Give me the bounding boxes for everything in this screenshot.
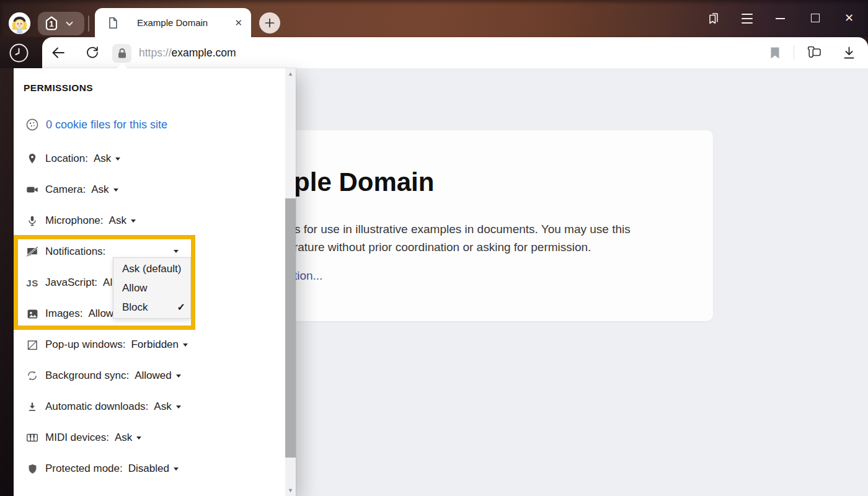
- permission-row-microphone: Microphone: Ask: [25, 213, 136, 229]
- downloads-icon[interactable]: [841, 45, 857, 61]
- permission-row-camera: Camera: Ask: [25, 182, 118, 198]
- permission-label: Automatic downloads:: [45, 401, 148, 413]
- map-pin-icon: [25, 151, 40, 166]
- shield-icon: [25, 461, 40, 476]
- history-clock-icon[interactable]: [9, 43, 29, 63]
- toolbar-row: https://example.com: [0, 37, 868, 68]
- dropdown-caret-icon[interactable]: [176, 405, 181, 409]
- download-arrow-icon: [25, 399, 40, 414]
- menu-icon[interactable]: [742, 14, 753, 27]
- dropdown-caret-icon[interactable]: [174, 250, 179, 253]
- titlebar-divider: [88, 16, 89, 32]
- video-camera-icon: [25, 182, 40, 197]
- permission-row-midi-devices: MIDI devices: Ask: [25, 430, 141, 446]
- permission-value[interactable]: Allowed: [135, 370, 172, 382]
- permission-label: Background sync:: [45, 370, 129, 382]
- javascript-icon: JS: [25, 275, 40, 290]
- image-icon: [25, 306, 40, 321]
- dropdown-option-label: Block: [122, 301, 148, 314]
- background-sync-icon: [25, 368, 40, 383]
- scroll-down-icon[interactable]: ▼: [285, 487, 296, 494]
- address-bar[interactable]: https://example.com: [139, 37, 236, 68]
- tab-counter-shape-icon: 1: [43, 15, 60, 32]
- new-tab-button[interactable]: [259, 12, 280, 33]
- permission-label: Location:: [45, 153, 88, 165]
- dropdown-option-allow[interactable]: Allow: [113, 278, 190, 298]
- sidebar-strip: [0, 68, 14, 496]
- cookie-files-row: 0 cookie files for this site: [25, 117, 167, 133]
- permission-value[interactable]: Ask: [115, 432, 132, 444]
- scrollbar-thumb[interactable]: [285, 198, 296, 458]
- panel-scrollbar[interactable]: ▲ ▼: [285, 68, 296, 496]
- notifications-dropdown-menu: Ask (default) Allow Block ✓: [113, 257, 191, 319]
- permission-row-location: Location: Ask: [25, 151, 120, 167]
- permission-value[interactable]: Ask: [91, 184, 108, 196]
- permission-row-background-sync: Background sync: Allowed: [25, 368, 181, 384]
- minimize-button[interactable]: [776, 18, 785, 19]
- profile-avatar[interactable]: [9, 12, 30, 34]
- url-host: example.com: [172, 46, 236, 60]
- permissions-panel: PERMISSIONS 0 cookie files for this site…: [14, 68, 296, 496]
- browser-tab[interactable]: Example Domain ✕: [95, 8, 251, 37]
- tab-groups-icon[interactable]: [705, 10, 722, 27]
- permission-row-protected-mode: Protected mode: Disabled: [25, 461, 179, 477]
- notifications-muted-icon: [25, 244, 40, 259]
- dropdown-option-label: Allow: [122, 282, 148, 294]
- permission-label: Camera:: [45, 184, 86, 196]
- tab-close-icon[interactable]: ✕: [234, 18, 242, 27]
- site-security-badge[interactable]: [112, 44, 131, 63]
- permission-row-notifications: Notifications:: [25, 244, 111, 260]
- dropdown-option-ask-default[interactable]: Ask (default): [113, 259, 190, 278]
- permission-label: Images:: [45, 308, 82, 320]
- cookie-files-link[interactable]: 0 cookie files for this site: [46, 118, 167, 131]
- dropdown-caret-icon[interactable]: [115, 157, 120, 161]
- tab-count: 1: [43, 17, 60, 32]
- scroll-up-icon[interactable]: ▲: [285, 71, 296, 77]
- close-window-button[interactable]: ✕: [844, 12, 854, 24]
- permission-label: Notifications:: [45, 246, 105, 258]
- permission-value[interactable]: Forbidden: [131, 339, 179, 351]
- side-panel-collections-icon[interactable]: [805, 44, 823, 61]
- dropdown-caret-icon[interactable]: [174, 467, 179, 471]
- checkmark-icon: ✓: [177, 301, 185, 313]
- chevron-down-icon[interactable]: [65, 21, 74, 27]
- panel-anchor-pointer: [117, 63, 128, 69]
- panel-title: PERMISSIONS: [24, 82, 93, 94]
- dropdown-caret-icon[interactable]: [176, 374, 181, 378]
- refresh-icon[interactable]: [84, 45, 100, 61]
- popup-window-icon: [25, 337, 40, 352]
- avatar-girl-icon: [9, 12, 30, 34]
- permission-row-popups: Pop-up windows: Forbidden: [25, 337, 188, 353]
- dropdown-option-label: Ask (default): [122, 263, 181, 275]
- midi-keyboard-icon: [25, 430, 40, 445]
- browser-window: 1 Example Domain ✕ ✕: [0, 0, 868, 496]
- title-bar: 1 Example Domain ✕ ✕: [0, 0, 868, 37]
- microphone-icon: [25, 213, 40, 228]
- permission-value[interactable]: Ask: [109, 215, 126, 227]
- plus-icon: [264, 17, 275, 29]
- dropdown-caret-icon[interactable]: [136, 436, 141, 440]
- permission-value[interactable]: Ask: [94, 153, 111, 165]
- toolbar-divider: [794, 45, 794, 60]
- dropdown-caret-icon[interactable]: [131, 219, 136, 223]
- cookie-icon: [25, 117, 40, 132]
- dropdown-caret-icon[interactable]: [113, 188, 118, 192]
- dropdown-option-block[interactable]: Block ✓: [113, 298, 190, 317]
- permission-label: Pop-up windows:: [45, 339, 125, 351]
- tab-title: Example Domain: [137, 17, 208, 28]
- permission-label: MIDI devices:: [45, 432, 109, 444]
- toolbar: https://example.com: [42, 37, 868, 68]
- lock-icon: [117, 48, 127, 59]
- bookmark-icon[interactable]: [769, 46, 781, 60]
- permission-value[interactable]: Disabled: [128, 463, 169, 475]
- permission-row-automatic-downloads: Automatic downloads: Ask: [25, 399, 181, 415]
- permission-label: Microphone:: [45, 215, 104, 227]
- back-arrow-icon[interactable]: [50, 45, 66, 61]
- permission-value[interactable]: Ask: [154, 401, 171, 413]
- permission-label: Protected mode:: [45, 463, 123, 475]
- tab-counter[interactable]: 1: [38, 12, 84, 35]
- page-document-icon: [106, 16, 120, 30]
- url-scheme: https://: [139, 46, 172, 60]
- maximize-button[interactable]: [811, 14, 820, 22]
- dropdown-caret-icon[interactable]: [183, 343, 188, 347]
